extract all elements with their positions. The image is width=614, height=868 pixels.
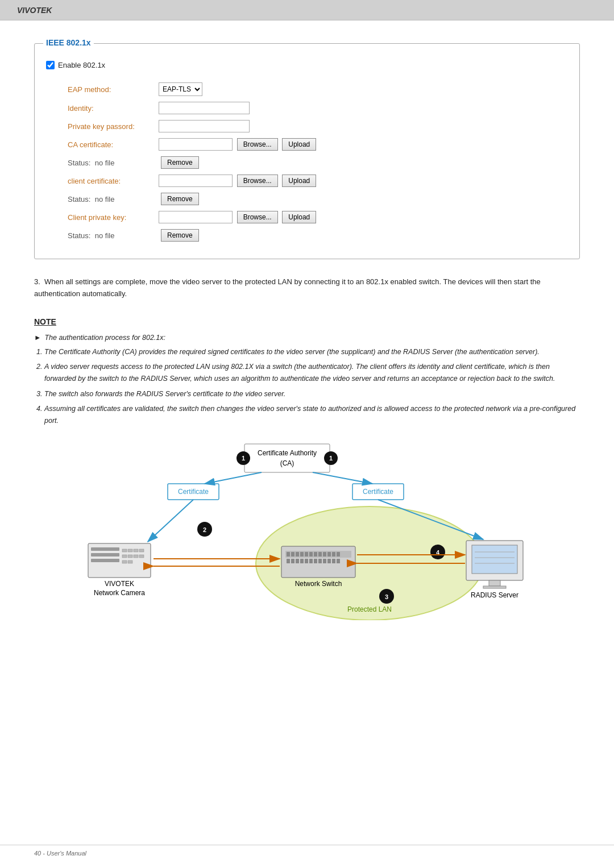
ca-cert-label: CA certificate: — [63, 135, 154, 153]
ca-label: Certificate Authority — [258, 449, 317, 457]
svg-rect-23 — [287, 552, 290, 556]
svg-text:1: 1 — [329, 455, 333, 462]
client-cert-label: client certificate: — [63, 172, 154, 190]
form-table: EAP method: EAP-TLS Identity: — [63, 80, 562, 244]
client-cert-browse-button[interactable]: Browse... — [237, 175, 278, 187]
note-title: NOTE — [34, 317, 580, 326]
svg-rect-13 — [134, 549, 138, 552]
note-bullet: ► The authentication process for 802.1x: — [34, 332, 580, 344]
svg-rect-44 — [327, 559, 331, 563]
svg-rect-34 — [337, 552, 340, 556]
private-key-row: Private key passord: — [63, 117, 562, 135]
client-status-row: Status: no file Remove — [63, 190, 562, 208]
vivotek-label: VIVOTEK — [105, 580, 134, 588]
client-private-upload-button[interactable]: Upload — [282, 211, 316, 223]
svg-text:3: 3 — [385, 593, 388, 600]
svg-rect-45 — [332, 559, 335, 563]
protected-lan-label: Protected LAN — [347, 605, 392, 613]
svg-line-7 — [313, 472, 372, 484]
note-section: NOTE ► The authentication process for 80… — [34, 317, 580, 427]
svg-rect-15 — [122, 555, 127, 558]
client-private-remove-button[interactable]: Remove — [161, 229, 199, 242]
eap-method-label: EAP method: — [63, 80, 154, 99]
svg-rect-10 — [91, 559, 119, 562]
identity-label: Identity: — [63, 99, 154, 117]
svg-rect-46 — [337, 559, 340, 563]
ca-status-row: Status: no file Remove — [63, 153, 562, 172]
footer-line — [0, 845, 614, 845]
svg-rect-12 — [128, 549, 132, 552]
svg-rect-14 — [139, 549, 144, 552]
enable-802-1x-checkbox[interactable] — [46, 61, 55, 69]
svg-rect-37 — [296, 559, 299, 563]
svg-rect-28 — [309, 552, 313, 556]
svg-rect-33 — [332, 552, 335, 556]
step3-paragraph: 3. When all settings are complete, move … — [34, 276, 580, 300]
private-key-input[interactable] — [159, 120, 250, 132]
ieee-title: IEEE 802.1x — [43, 38, 94, 47]
svg-line-21 — [148, 500, 193, 542]
ca-cert-upload-button[interactable]: Upload — [282, 138, 316, 151]
svg-rect-1 — [244, 444, 330, 472]
svg-line-6 — [205, 472, 262, 484]
client-status-cell: Remove — [154, 190, 562, 208]
client-private-browse-button[interactable]: Browse... — [237, 211, 278, 223]
svg-rect-42 — [318, 559, 322, 563]
client-private-status-label: Status: no file — [63, 226, 154, 244]
ca-status-cell: Remove — [154, 153, 562, 172]
vivotek-logo: VIVOTEK — [17, 6, 52, 15]
svg-rect-16 — [128, 555, 132, 558]
client-private-status-row: Status: no file Remove — [63, 226, 562, 244]
svg-rect-51 — [489, 580, 500, 586]
eap-method-select[interactable]: EAP-TLS — [159, 82, 202, 96]
identity-cell — [154, 99, 562, 117]
svg-rect-18 — [139, 555, 144, 558]
cert-right-label: Certificate — [363, 488, 393, 496]
client-private-status-value: no file — [95, 231, 115, 240]
enable-802-1x-label: Enable 802.1x — [58, 61, 105, 69]
eap-method-row: EAP method: EAP-TLS — [63, 80, 562, 99]
cert-left-label: Certificate — [178, 488, 209, 496]
note-item-3: The switch also forwards the RADIUS Serv… — [44, 388, 580, 400]
private-key-cell — [154, 117, 562, 135]
svg-rect-8 — [91, 547, 119, 551]
svg-rect-17 — [134, 555, 138, 558]
svg-rect-47 — [472, 545, 517, 574]
client-remove-button[interactable]: Remove — [161, 193, 199, 205]
client-cert-input[interactable] — [159, 175, 233, 187]
client-status-label: Status: no file — [63, 190, 154, 208]
ca-cert-browse-button[interactable]: Browse... — [237, 138, 278, 151]
note-item-1: The Certificate Authority (CA) provides … — [44, 346, 580, 358]
svg-rect-41 — [314, 559, 317, 563]
ca-cert-row: CA certificate: Browse... Upload — [63, 135, 562, 153]
client-private-status-cell: Remove — [154, 226, 562, 244]
ca-cert-cell: Browse... Upload — [154, 135, 562, 153]
radius-label: RADIUS Server — [471, 591, 518, 599]
svg-rect-25 — [296, 552, 299, 556]
diagram-svg: Certificate Authority (CA) 1 1 Certifica… — [34, 438, 580, 620]
svg-rect-29 — [314, 552, 317, 556]
identity-row: Identity: — [63, 99, 562, 117]
client-cert-upload-button[interactable]: Upload — [282, 175, 316, 187]
client-private-input[interactable] — [159, 211, 233, 223]
svg-rect-26 — [300, 552, 304, 556]
bullet-arrow-icon: ► — [34, 332, 41, 344]
ca-cert-input[interactable] — [159, 138, 233, 151]
eap-method-cell: EAP-TLS — [154, 80, 562, 99]
network-diagram: Certificate Authority (CA) 1 1 Certifica… — [34, 438, 580, 620]
svg-text:1: 1 — [242, 455, 245, 462]
client-private-label: Client private key: — [63, 208, 154, 226]
note-content: ► The authentication process for 802.1x:… — [34, 332, 580, 427]
svg-rect-52 — [483, 586, 506, 588]
client-cert-cell: Browse... Upload — [154, 172, 562, 190]
svg-rect-40 — [309, 559, 313, 563]
client-private-cell: Browse... Upload — [154, 208, 562, 226]
svg-rect-32 — [327, 552, 331, 556]
svg-rect-39 — [305, 559, 308, 563]
identity-input[interactable] — [159, 102, 250, 114]
ca-remove-button[interactable]: Remove — [161, 156, 199, 169]
svg-rect-35 — [287, 559, 290, 563]
svg-rect-27 — [305, 552, 308, 556]
ca-status-value: no file — [95, 159, 115, 167]
ca-status-label: Status: no file — [63, 153, 154, 172]
